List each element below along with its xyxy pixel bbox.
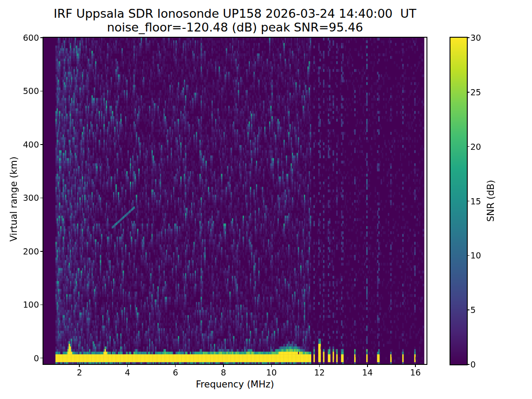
x-tick-label: 16: [402, 368, 429, 377]
x-tick-label: 12: [306, 368, 333, 377]
colorbar-tick-mark: [468, 146, 469, 147]
x-tick-label: 2: [66, 368, 93, 377]
y-tick-mark: [40, 198, 43, 199]
colorbar-tick-label: 10: [470, 250, 497, 260]
x-tick-mark: [175, 365, 176, 367]
colorbar-tick-label: 25: [470, 87, 497, 97]
y-tick-mark: [40, 305, 43, 305]
x-tick-mark: [319, 365, 320, 367]
y-tick-mark: [40, 358, 43, 359]
colorbar-tick-mark: [468, 201, 469, 202]
x-tick-label: 14: [354, 368, 381, 377]
plot-title: IRF Uppsala SDR Ionosonde UP158 2026-03-…: [13, 7, 457, 20]
colorbar-label: SNR (dB): [485, 174, 497, 227]
colorbar-frame: [450, 37, 468, 365]
colorbar-tick-mark: [468, 255, 469, 256]
x-tick-label: 4: [114, 368, 141, 377]
y-axis-label: Virtual range (km): [8, 150, 20, 248]
x-tick-mark: [367, 365, 368, 367]
x-tick-label: 6: [162, 368, 189, 377]
colorbar-tick-mark: [468, 92, 469, 93]
y-tick-label: 600: [12, 33, 39, 43]
y-tick-label: 100: [12, 300, 39, 309]
y-tick-label: 0: [12, 353, 39, 363]
x-tick-mark: [271, 365, 272, 367]
x-axis-label: Frequency (MHz): [168, 379, 301, 390]
y-tick-mark: [40, 91, 43, 92]
colorbar-tick-mark: [468, 309, 469, 310]
x-tick-mark: [223, 365, 224, 367]
x-tick-mark: [79, 365, 80, 367]
x-tick-label: 10: [258, 368, 285, 377]
y-tick-mark: [40, 37, 43, 38]
y-tick-mark: [40, 144, 43, 145]
y-tick-label: 500: [12, 86, 39, 96]
ionogram-figure: IRF Uppsala SDR Ionosonde UP158 2026-03-…: [0, 0, 532, 399]
colorbar-tick-label: 5: [470, 305, 497, 315]
x-tick-mark: [127, 365, 128, 367]
colorbar-tick-mark: [468, 364, 469, 365]
y-tick-label: 400: [12, 140, 39, 149]
plot-subtitle: noise_floor=-120.48 (dB) peak SNR=95.46: [13, 20, 457, 34]
y-tick-mark: [40, 251, 43, 252]
colorbar-tick-mark: [468, 37, 469, 38]
x-tick-label: 8: [210, 368, 237, 377]
x-tick-mark: [415, 365, 416, 367]
colorbar-tick-label: 20: [470, 142, 497, 152]
y-tick-label: 200: [12, 246, 39, 256]
plot-frame: [43, 37, 427, 365]
colorbar-tick-label: 0: [470, 360, 497, 369]
colorbar-tick-label: 30: [470, 33, 497, 43]
